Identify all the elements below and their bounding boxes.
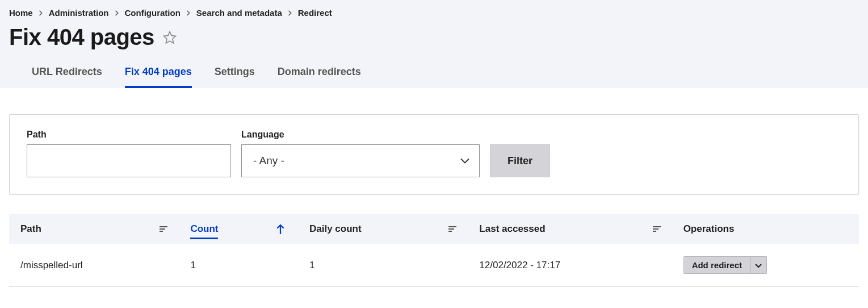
cell-daily-count: 1 [298, 244, 468, 287]
chevron-down-icon [755, 260, 762, 270]
column-header-daily-count[interactable]: Daily count [298, 214, 468, 244]
language-select[interactable]: - Any - [241, 144, 480, 177]
cell-last-accessed: 12/02/2022 - 17:17 [468, 244, 672, 287]
split-button: Add redirect [684, 256, 767, 274]
star-icon[interactable] [162, 30, 177, 45]
chevron-right-icon [112, 10, 121, 16]
add-redirect-button[interactable]: Add redirect [684, 256, 750, 274]
column-header-operations: Operations [672, 214, 859, 244]
column-header-last-accessed[interactable]: Last accessed [468, 214, 672, 244]
table-header-row: Path Count Daily count [9, 214, 859, 244]
page-title: Fix 404 pages [9, 24, 154, 50]
cell-path: /misspelled-url [9, 244, 179, 287]
tab-fix-404-pages[interactable]: Fix 404 pages [125, 66, 192, 88]
path-label: Path [27, 130, 231, 140]
tab-settings[interactable]: Settings [215, 66, 255, 88]
column-header-count[interactable]: Count [179, 214, 298, 244]
breadcrumb-item-redirect[interactable]: Redirect [298, 8, 332, 18]
language-select-value: - Any - [241, 144, 480, 177]
breadcrumb-item-search-metadata[interactable]: Search and metadata [196, 8, 282, 18]
cell-count: 1 [179, 244, 298, 287]
path-input[interactable] [27, 144, 231, 177]
sort-icon [160, 226, 167, 232]
cell-operations: Add redirect [672, 244, 859, 287]
chevron-right-icon [286, 10, 295, 16]
sort-icon [448, 226, 456, 232]
chevron-right-icon [36, 10, 45, 16]
sort-icon [653, 226, 661, 232]
tabs-container: URL Redirects Fix 404 pages Settings Dom… [9, 66, 859, 88]
filter-button[interactable]: Filter [490, 144, 550, 177]
tab-url-redirects[interactable]: URL Redirects [32, 66, 102, 88]
breadcrumb-item-configuration[interactable]: Configuration [125, 8, 181, 18]
language-label: Language [241, 130, 480, 140]
operations-dropdown[interactable] [750, 256, 767, 274]
chevron-right-icon [184, 10, 193, 16]
breadcrumb-item-administration[interactable]: Administration [49, 8, 109, 18]
breadcrumb: Home Administration Configuration Search… [9, 8, 859, 18]
breadcrumb-item-home[interactable]: Home [9, 8, 33, 18]
arrow-up-icon [276, 224, 284, 234]
filter-panel: Path Language - Any - Filter [9, 114, 859, 195]
table-row: /misspelled-url 1 1 12/02/2022 - 17:17 A… [9, 244, 859, 287]
column-header-path[interactable]: Path [9, 214, 179, 244]
results-table: Path Count Daily count [9, 214, 859, 287]
tab-domain-redirects[interactable]: Domain redirects [278, 66, 361, 88]
